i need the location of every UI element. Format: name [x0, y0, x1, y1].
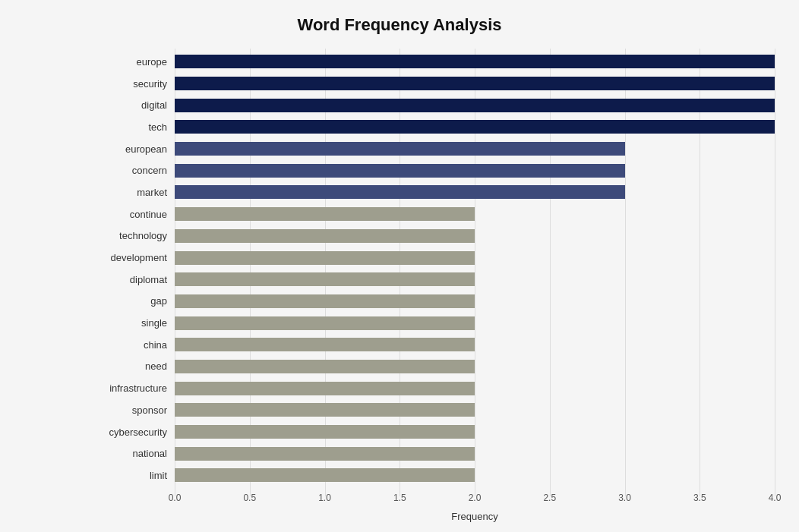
y-label: european: [91, 140, 173, 157]
y-label: market: [91, 184, 173, 200]
bar: [175, 468, 475, 482]
bar: [175, 99, 775, 112]
y-label: europe: [91, 53, 173, 70]
y-label: development: [91, 250, 173, 266]
bar-row: [175, 336, 775, 353]
y-label: sponsor: [91, 401, 173, 418]
bar: [175, 447, 475, 461]
plot-area: europesecuritydigitaltecheuropeanconcern…: [91, 49, 775, 496]
bar-row: [175, 53, 775, 70]
bar-row: [175, 206, 775, 222]
bar: [175, 425, 475, 439]
y-label: concern: [91, 162, 173, 179]
y-label: china: [91, 336, 173, 353]
y-label: gap: [91, 293, 173, 310]
bar-row: [175, 358, 775, 375]
bar: [175, 185, 625, 199]
y-label: infrastructure: [91, 380, 173, 397]
x-tick: 1.5: [393, 493, 406, 503]
bar: [175, 294, 475, 308]
x-tick: 0.0: [169, 493, 182, 503]
y-label: security: [91, 75, 173, 92]
bar-row: [175, 271, 775, 288]
x-axis-label: Frequency: [175, 511, 775, 522]
bar: [175, 338, 475, 351]
bar: [175, 55, 775, 68]
bar-row: [175, 250, 775, 266]
bar-row: [175, 140, 775, 157]
y-label: single: [91, 315, 173, 332]
bar: [175, 120, 775, 134]
chart-title: Word Frequency Analysis: [30, 15, 769, 35]
bar: [175, 229, 475, 243]
x-tick: 3.5: [693, 493, 706, 503]
bar-row: [175, 162, 775, 179]
bar: [175, 251, 475, 265]
bar: [175, 164, 625, 178]
x-tick: 4.0: [769, 493, 782, 503]
x-tick: 0.5: [243, 493, 256, 503]
y-label: cybersecurity: [91, 423, 173, 440]
bar: [175, 77, 775, 90]
bar-row: [175, 293, 775, 310]
y-label: technology: [91, 228, 173, 244]
bar: [175, 403, 475, 417]
bar-row: [175, 467, 775, 483]
bar-row: [175, 228, 775, 244]
bars-container: [175, 49, 775, 489]
y-label: digital: [91, 97, 173, 114]
chart-container: Word Frequency Analysis europesecuritydi…: [0, 0, 799, 532]
bar-row: [175, 380, 775, 397]
bar-row: [175, 445, 775, 462]
bar-row: [175, 75, 775, 92]
bar-row: [175, 118, 775, 135]
bar: [175, 316, 475, 330]
x-tick: 2.0: [469, 493, 482, 503]
bar-row: [175, 315, 775, 332]
bar: [175, 142, 625, 156]
bar: [175, 272, 475, 286]
y-labels: europesecuritydigitaltecheuropeanconcern…: [91, 49, 173, 489]
x-axis: 0.00.51.01.52.02.53.03.54.0 Frequency: [175, 493, 775, 519]
y-label: diplomat: [91, 271, 173, 288]
bar-row: [175, 97, 775, 114]
x-tick: 2.5: [543, 493, 556, 503]
y-label: tech: [91, 118, 173, 135]
bar-row: [175, 184, 775, 200]
bar: [175, 382, 475, 395]
y-label: limit: [91, 467, 173, 483]
y-label: continue: [91, 206, 173, 222]
bar: [175, 360, 475, 373]
bar: [175, 207, 475, 221]
x-tick: 1.0: [318, 493, 331, 503]
x-tick: 3.0: [618, 493, 631, 503]
y-label: national: [91, 445, 173, 462]
y-label: need: [91, 358, 173, 375]
bar-row: [175, 401, 775, 418]
bar-row: [175, 423, 775, 440]
